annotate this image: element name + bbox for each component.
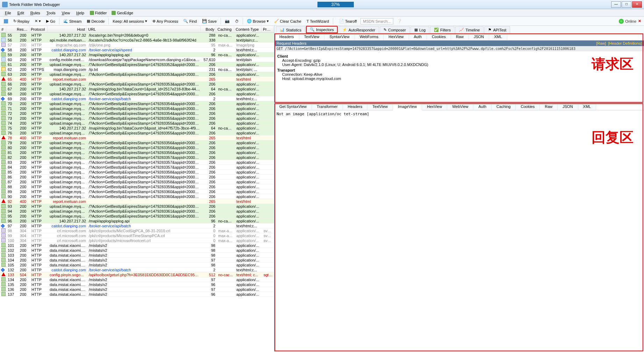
session-row[interactable]: 105 200 HTTP data.mistat.xiaomi.com /mis… bbox=[0, 263, 274, 267]
menu-file[interactable]: File bbox=[2, 10, 14, 16]
save-button[interactable]: 💾 Save bbox=[200, 18, 219, 24]
tab-inspectors[interactable]: 🔍Inspectors bbox=[306, 26, 338, 33]
session-row[interactable]: 83 200 HTTP upload.image.myqcloud.com /?… bbox=[0, 160, 274, 165]
session-row[interactable]: 99 304 HTTP crl.microsoft.com /pki/crl/p… bbox=[0, 233, 274, 238]
resptab-get syntaxview[interactable]: Get SyntaxView bbox=[274, 103, 312, 110]
close-button[interactable]: ✕ bbox=[632, 1, 642, 8]
reqtab-hexview[interactable]: HexView bbox=[384, 34, 409, 40]
session-row[interactable]: 81 200 HTTP upload.image.myqcloud.com /?… bbox=[0, 150, 274, 155]
session-row[interactable]: 62 200 HTTPS mapi.dianping.com /ip.txt 2… bbox=[0, 67, 274, 72]
session-row[interactable]: 93 200 HTTP upload.image.myqcloud.com /?… bbox=[0, 204, 274, 209]
tab-timeline[interactable]: 📈Timeline bbox=[455, 26, 484, 33]
col-protocol[interactable]: Protocol bbox=[29, 27, 48, 32]
close-toolbar-button[interactable]: ✕ bbox=[637, 19, 643, 23]
tab-apitest[interactable]: ⚑APITest bbox=[484, 26, 510, 33]
menu-geoedge[interactable]: GeoEdge bbox=[109, 10, 135, 16]
resptab-webview[interactable]: WebView bbox=[447, 103, 473, 110]
session-row[interactable]: 102 200 HTTP data.mistat.xiaomi.com /mis… bbox=[0, 248, 274, 253]
reqtab-json[interactable]: JSON bbox=[469, 34, 489, 40]
tearoff-button[interactable]: 📄 Tearoff bbox=[337, 18, 359, 24]
session-row[interactable]: 65 400 HTTP report.meituan.com 265 text/… bbox=[0, 77, 274, 82]
resptab-transformer[interactable]: Transformer bbox=[312, 103, 343, 110]
screenshot-button[interactable]: 📷 bbox=[222, 18, 232, 24]
session-row[interactable]: 79 200 HTTP upload.image.myqcloud.com /?… bbox=[0, 140, 274, 145]
maximize-button[interactable]: □ bbox=[622, 1, 631, 8]
minimize-button[interactable]: — bbox=[611, 1, 621, 8]
winconfig-button[interactable] bbox=[1, 18, 10, 24]
session-row[interactable]: 95 200 HTTP upload.image.myqcloud.com /?… bbox=[0, 214, 274, 219]
reqtab-auth[interactable]: Auth bbox=[409, 34, 427, 40]
tab-statistics[interactable]: 📊Statistics bbox=[276, 26, 305, 33]
session-row[interactable]: 61 200 HTTP upload.image.myqcloud.com /?… bbox=[0, 62, 274, 67]
session-row[interactable]: 75 200 HTTP 140.207.217.32 /mapi/mlog/zl… bbox=[0, 126, 274, 131]
session-row[interactable]: 63 200 HTTP upload.image.myqcloud.com /?… bbox=[0, 72, 274, 77]
resptab-textview[interactable]: TextView bbox=[367, 103, 393, 110]
session-row[interactable]: 98 304 HTTP crl.microsoft.com /pki/crl/p… bbox=[0, 228, 274, 233]
tab-filters[interactable]: ✅Filters bbox=[430, 26, 455, 33]
session-row[interactable]: 136 200 HTTP data.mistat.xiaomi.com /mis… bbox=[0, 287, 274, 292]
resptab-hexview[interactable]: HexView bbox=[422, 103, 447, 110]
any-process-button[interactable]: ⊕ Any Process bbox=[150, 18, 181, 24]
session-row[interactable]: 82 200 HTTP upload.image.myqcloud.com /?… bbox=[0, 155, 274, 160]
resptab-auth[interactable]: Auth bbox=[473, 103, 492, 110]
session-row[interactable]: 86 200 HTTP upload.image.myqcloud.com /?… bbox=[0, 175, 274, 179]
menu-help[interactable]: Help bbox=[73, 10, 87, 16]
keep-sessions-dropdown[interactable]: Keep: All sessions ▾ bbox=[110, 18, 149, 24]
session-row[interactable]: 57 200 HTTP imgcache.qq.com /zljk/one.pn… bbox=[0, 43, 274, 47]
raw-link[interactable]: [Raw] bbox=[596, 41, 606, 45]
replay-button[interactable]: ↻ Replay bbox=[11, 18, 32, 24]
session-row[interactable]: 103 200 HTTP data.mistat.xiaomi.com /mis… bbox=[0, 253, 274, 258]
session-rows[interactable]: 55 200 HTTP 140.207.217.32 /locate/rgc.b… bbox=[0, 33, 274, 352]
session-row[interactable]: 71 200 HTTP upload.image.myqcloud.com /?… bbox=[0, 106, 274, 111]
browse-button[interactable]: 🌐 Browse ▾ bbox=[244, 18, 271, 24]
session-row[interactable]: 135 200 HTTP data.mistat.xiaomi.com /mis… bbox=[0, 282, 274, 287]
session-row[interactable]: 69 200 HTTP catdot.dianping.com /broker-… bbox=[0, 96, 274, 101]
stream-button[interactable]: 🌊 Stream bbox=[61, 18, 84, 24]
session-row[interactable]: 132 200 HTTP catdot.dianping.com /broker… bbox=[0, 267, 274, 272]
resptab-headers[interactable]: Headers bbox=[343, 103, 368, 110]
reqtab-raw[interactable]: Raw bbox=[451, 34, 469, 40]
resptab-raw[interactable]: Raw bbox=[540, 103, 558, 110]
reqtab-headers[interactable]: Headers bbox=[274, 34, 299, 41]
session-row[interactable]: 67 200 HTTP 140.207.217.32 /mapi/mlog/zl… bbox=[0, 87, 274, 91]
timer-button[interactable]: ⏱ bbox=[232, 18, 241, 24]
msdn-search-input[interactable]: MSDN Search... bbox=[360, 18, 393, 24]
decode-button[interactable]: ▦ Decode bbox=[84, 18, 107, 24]
session-row[interactable]: 60 200 HTTP config.mobile.meituan.com /d… bbox=[0, 57, 274, 62]
session-row[interactable]: 56 200 HTTP api.mobile.meituan.com /loca… bbox=[0, 38, 274, 43]
session-row[interactable]: 101 200 HTTP data.mistat.xiaomi.com /mis… bbox=[0, 243, 274, 248]
menu-fiddler[interactable]: Fiddler bbox=[88, 10, 109, 16]
session-row[interactable]: 70 200 HTTP upload.image.myqcloud.com /?… bbox=[0, 101, 274, 106]
resptab-cookies[interactable]: Cookies bbox=[516, 103, 540, 110]
session-row[interactable]: 84 200 HTTP upload.image.myqcloud.com /?… bbox=[0, 165, 274, 170]
reqtab-cookies[interactable]: Cookies bbox=[427, 34, 451, 40]
col-result[interactable]: Result bbox=[15, 27, 29, 32]
session-row[interactable]: 76 200 HTTP upload.image.myqcloud.com /?… bbox=[0, 131, 274, 135]
tab-log[interactable]: ▦Log bbox=[410, 26, 429, 33]
session-row[interactable]: 94 200 HTTP upload.image.myqcloud.com /?… bbox=[0, 209, 274, 214]
online-indicator[interactable]: Online bbox=[619, 19, 636, 24]
session-row[interactable]: 88 200 HTTP upload.image.myqcloud.com /?… bbox=[0, 184, 274, 189]
tab-autoresponder[interactable]: ⚡AutoResponder bbox=[338, 26, 379, 33]
session-row[interactable]: 74 200 HTTP upload.image.myqcloud.com /?… bbox=[0, 121, 274, 126]
col-contenttype[interactable]: Content-Type bbox=[234, 27, 262, 32]
resptab-xml[interactable]: XML bbox=[578, 103, 596, 110]
session-row[interactable]: 80 200 HTTP upload.image.myqcloud.com /?… bbox=[0, 145, 274, 150]
session-row[interactable]: 85 200 HTTP upload.image.myqcloud.com /?… bbox=[0, 170, 274, 175]
menu-tools[interactable]: Tools bbox=[44, 10, 58, 16]
find-button[interactable]: 🔍 Find bbox=[181, 18, 199, 24]
textwizard-button[interactable]: T TextWizard bbox=[304, 18, 331, 24]
col-url[interactable]: URL bbox=[87, 27, 201, 32]
session-row[interactable]: 58 200 HTTP catdot.dianping.com /broker-… bbox=[0, 47, 274, 52]
clear-cache-button[interactable]: 🧹 Clear Cache bbox=[272, 18, 304, 24]
session-row[interactable]: 78 400 HTTP report.meituan.com 265 text/… bbox=[0, 135, 274, 140]
reqtab-textview[interactable]: TextView bbox=[299, 34, 325, 40]
go-button[interactable]: ▶ Go bbox=[44, 18, 58, 24]
session-row[interactable]: 72 200 HTTP upload.image.myqcloud.com /?… bbox=[0, 111, 274, 116]
col-icon[interactable]: # bbox=[0, 27, 6, 32]
reqtab-xml[interactable]: XML bbox=[489, 34, 507, 40]
reqtab-syntaxview[interactable]: SyntaxView bbox=[324, 34, 355, 40]
session-row[interactable]: 89 200 HTTP upload.image.myqcloud.com /?… bbox=[0, 189, 274, 194]
menu-edit[interactable]: Edit bbox=[15, 10, 27, 16]
remove-button[interactable]: ✕ ▾ bbox=[32, 18, 43, 24]
